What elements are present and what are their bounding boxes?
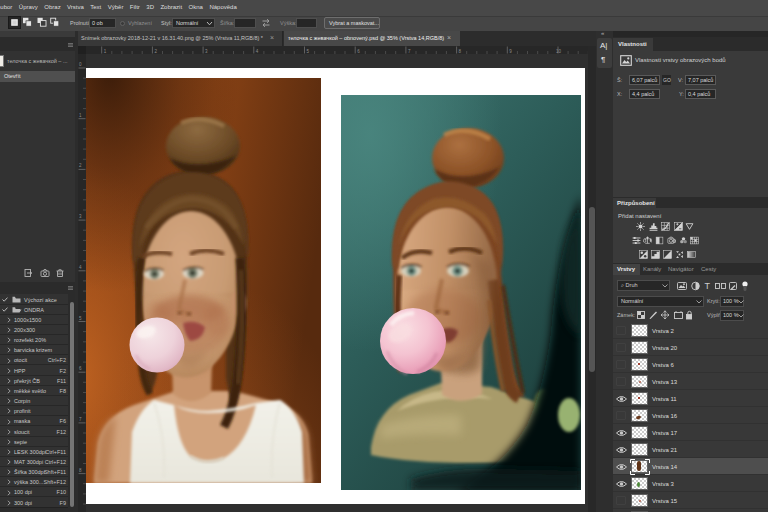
- svg-text:10: 10: [556, 49, 562, 54]
- svg-text:T: T: [705, 281, 711, 291]
